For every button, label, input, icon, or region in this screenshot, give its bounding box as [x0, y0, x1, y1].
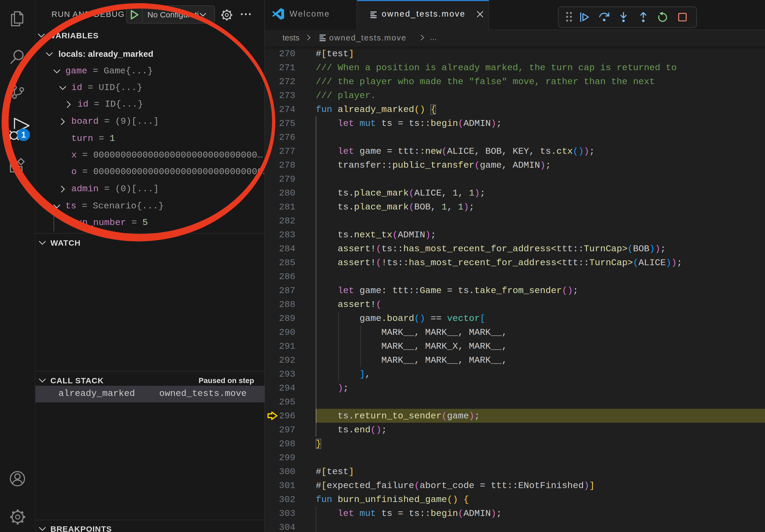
svg-text:1: 1 — [21, 130, 26, 139]
